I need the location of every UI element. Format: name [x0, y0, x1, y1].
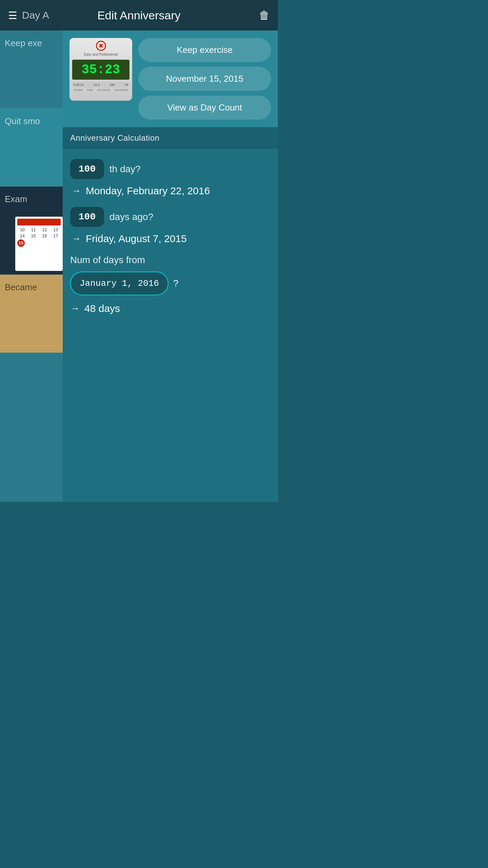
section-header-text: Anniversary Calculation [70, 133, 160, 142]
bg-item-smoke: Quit smo [0, 108, 63, 186]
exercise-image-inner: ✖ Easy and Professional 35:23 0:35:23 10… [69, 38, 132, 101]
bg-item-became: Became [0, 275, 63, 353]
future-date-result: Monday, February 22, 2016 [86, 185, 210, 197]
stat-time: 10.3 [94, 83, 100, 86]
main-panel: ✖ Easy and Professional 35:23 0:35:23 10… [63, 31, 278, 502]
days-result: 48 days [84, 303, 120, 314]
bg-item-became-text: Became [5, 282, 37, 293]
stat-calories: 29 [125, 83, 128, 86]
days-ago-row: 100 days ago? [70, 207, 270, 227]
bg-item-exercise: Keep exe [0, 31, 63, 108]
hamburger-icon[interactable]: ☰ [8, 9, 17, 21]
bg-item-smoke-text: Quit smo [5, 116, 40, 126]
stat-speed: 0:35:23 [74, 83, 84, 86]
view-as-day-count-button[interactable]: View as Day Count [138, 96, 271, 120]
buttons-column: Keep exercise November 15, 2015 View as … [138, 38, 271, 120]
brand-logo-circle: ✖ [96, 41, 106, 51]
calendar-decoration: 10111213 14151617 15 [15, 217, 63, 271]
day-count-row: 100 th day? [70, 159, 270, 179]
date-button[interactable]: November 15, 2015 [138, 67, 271, 91]
brand-tagline: Easy and Professional [84, 53, 118, 56]
future-result-row: → Monday, February 22, 2016 [70, 185, 270, 197]
num-days-section: Num of days from January 1, 2016 ? → 48 … [70, 255, 270, 314]
background-list: Day A... Keep exe Quit smo Exam 10111213… [0, 0, 63, 502]
exercise-stats: 0:35:23 10.3 330 29 [72, 82, 129, 88]
calculation-section: 100 th day? → Monday, February 22, 2016 … [63, 149, 278, 324]
bg-item-exercise-text: Keep exe [5, 38, 42, 48]
days-ago-badge[interactable]: 100 [70, 207, 104, 227]
exercise-image: ✖ Easy and Professional 35:23 0:35:23 10… [69, 38, 132, 101]
top-header: ☰ Day A Edit Anniversary 🗑 [0, 0, 278, 31]
arrow-icon-1: → [72, 185, 81, 196]
arrow-icon-2: → [72, 233, 81, 244]
stat-distance: 330 [109, 83, 115, 86]
section-header: Anniversary Calculation [63, 127, 278, 149]
past-result-row: → Friday, August 7, 2015 [70, 233, 270, 244]
past-date-result: Friday, August 7, 2015 [86, 233, 187, 244]
question-mark: ? [173, 278, 179, 289]
bg-item-exam-text: Exam [5, 194, 27, 204]
num-days-label: Num of days from [70, 255, 270, 265]
day-count-badge[interactable]: 100 [70, 159, 104, 179]
exercise-display-value: 35:23 [72, 60, 129, 80]
stat-labels: SPEEDTIMEDISTANCECALORIES [72, 88, 129, 92]
bg-item-exam: Exam 10111213 14151617 15 [0, 186, 63, 275]
from-date-input[interactable]: January 1, 2016 [70, 272, 168, 295]
days-ago-suffix: days ago? [109, 212, 153, 222]
app-title-bg: Day A [22, 9, 49, 21]
header-left: ☰ Day A [8, 9, 49, 21]
arrow-icon-3: → [70, 303, 80, 314]
top-section: ✖ Easy and Professional 35:23 0:35:23 10… [63, 31, 278, 127]
day-count-suffix: th day? [109, 164, 141, 175]
keep-exercise-button[interactable]: Keep exercise [138, 38, 271, 62]
date-input-row: January 1, 2016 ? [70, 272, 270, 295]
days-result-row: → 48 days [70, 303, 270, 314]
delete-button[interactable]: 🗑 [259, 9, 270, 22]
page-title: Edit Anniversary [97, 9, 181, 22]
